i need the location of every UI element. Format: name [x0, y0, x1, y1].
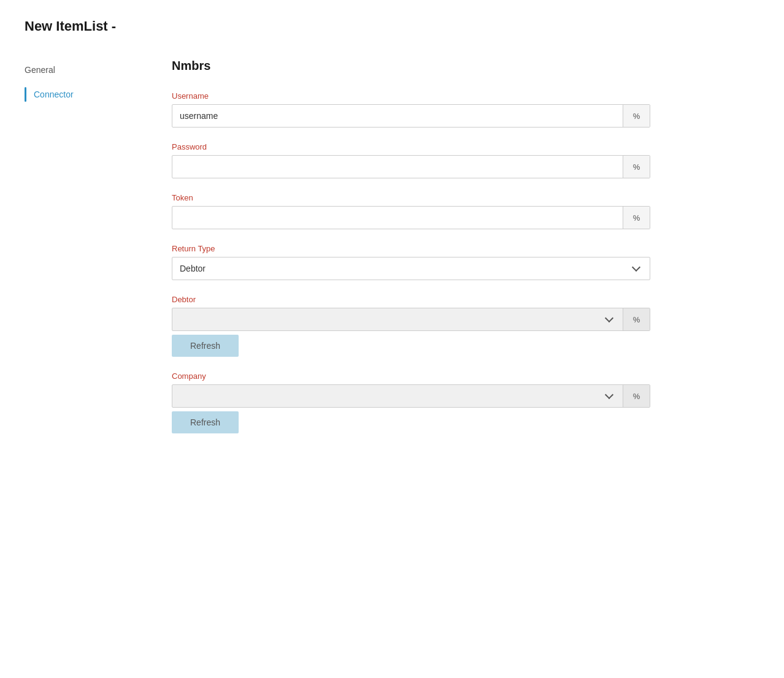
username-input[interactable] — [172, 105, 623, 127]
debtor-refresh-button[interactable]: Refresh — [172, 335, 239, 357]
debtor-percent-label: % — [633, 315, 640, 324]
chevron-down-icon — [605, 314, 613, 322]
token-percent-label: % — [633, 213, 640, 223]
company-select[interactable] — [172, 385, 596, 407]
company-label: Company — [172, 371, 650, 381]
username-input-wrapper: % — [172, 104, 650, 128]
page-container: New ItemList - General Connector Nmbrs U… — [0, 0, 784, 678]
password-input-wrapper: % — [172, 155, 650, 178]
company-percent-label: % — [633, 392, 640, 401]
layout: General Connector Nmbrs Username % — [25, 59, 759, 448]
sidebar-item-connector[interactable]: Connector — [25, 81, 147, 108]
return-type-group: Return Type Debtor Company — [172, 244, 650, 280]
company-refresh-button[interactable]: Refresh — [172, 411, 239, 433]
password-percent-btn[interactable]: % — [623, 156, 650, 178]
return-type-select-wrapper: Debtor Company — [172, 257, 650, 280]
return-type-select[interactable]: Debtor Company — [172, 257, 623, 280]
username-group: Username % — [172, 91, 650, 128]
password-input[interactable] — [172, 156, 623, 178]
debtor-select[interactable] — [172, 308, 596, 330]
token-percent-btn[interactable]: % — [623, 207, 650, 229]
company-percent-btn[interactable]: % — [623, 385, 650, 407]
token-label: Token — [172, 193, 650, 202]
debtor-select-wrapper: % — [172, 308, 650, 331]
debtor-chevron-icon — [596, 308, 623, 330]
token-input[interactable] — [172, 207, 623, 229]
token-input-wrapper: % — [172, 206, 650, 229]
section-title: Nmbrs — [172, 59, 650, 73]
return-type-label: Return Type — [172, 244, 650, 253]
token-group: Token % — [172, 193, 650, 229]
password-percent-label: % — [633, 162, 640, 172]
chevron-down-icon — [605, 390, 613, 399]
main-content: Nmbrs Username % Password % — [172, 59, 650, 448]
debtor-percent-btn[interactable]: % — [623, 308, 650, 330]
company-select-wrapper: % — [172, 384, 650, 408]
chevron-down-icon — [632, 263, 640, 272]
page-title: New ItemList - — [25, 18, 759, 34]
debtor-group: Debtor % Refresh — [172, 295, 650, 357]
debtor-label: Debtor — [172, 295, 650, 304]
username-percent-label: % — [633, 112, 640, 121]
return-type-chevron-icon — [623, 257, 650, 280]
username-percent-btn[interactable]: % — [623, 105, 650, 127]
company-group: Company % Refresh — [172, 371, 650, 433]
password-label: Password — [172, 142, 650, 151]
sidebar-item-general-label: General — [25, 65, 55, 75]
sidebar-item-connector-label: Connector — [34, 90, 74, 99]
username-label: Username — [172, 91, 650, 101]
company-chevron-icon — [596, 385, 623, 407]
sidebar: General Connector — [25, 59, 147, 448]
sidebar-item-general[interactable]: General — [25, 59, 147, 81]
password-group: Password % — [172, 142, 650, 178]
